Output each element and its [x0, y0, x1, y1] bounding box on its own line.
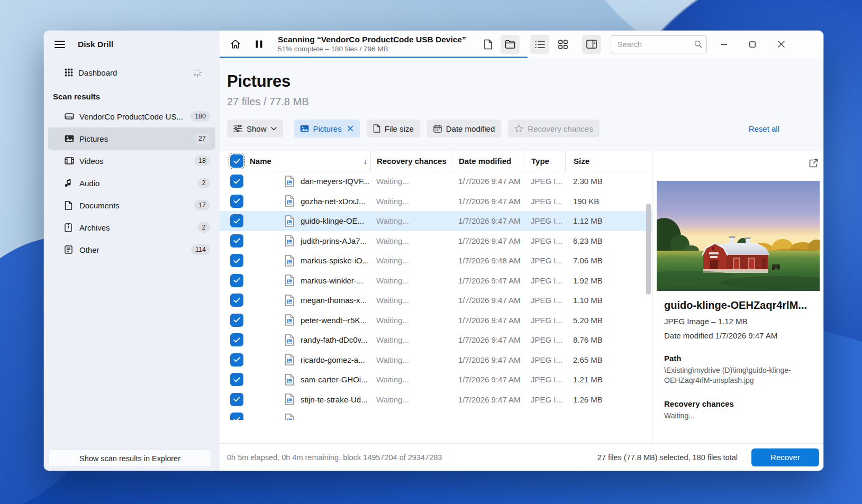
- page-subtitle: 27 files / 77.8 MB: [227, 96, 823, 108]
- row-checkbox[interactable]: [230, 234, 243, 248]
- hamburger-menu-icon[interactable]: [52, 37, 67, 52]
- file-name: markus-spiske-iO...: [301, 256, 369, 265]
- pause-scan-button[interactable]: [249, 35, 268, 54]
- filter-chip-label: File size: [385, 124, 414, 133]
- column-header-type[interactable]: Type: [523, 151, 565, 171]
- table-row[interactable]: dan-meyers-IQVF...Waiting...1/7/2026 9:4…: [220, 171, 652, 191]
- file-list: dan-meyers-IQVF...Waiting...1/7/2026 9:4…: [220, 171, 652, 420]
- vertical-scrollbar[interactable]: [646, 204, 651, 295]
- row-checkbox[interactable]: [230, 314, 243, 327]
- scan-results-section-label: Scan results: [53, 92, 220, 101]
- table-row[interactable]: markus-winkler-...Waiting...1/7/2026 9:4…: [220, 271, 652, 291]
- file-size: 1.21 MB: [565, 375, 652, 384]
- reset-all-link[interactable]: Reset all: [749, 124, 779, 133]
- jpeg-file-icon: [285, 393, 294, 405]
- file-name: ricardo-gomez-a...: [301, 355, 365, 364]
- sidebar-item-dashboard[interactable]: Dashboard: [48, 62, 215, 83]
- file-count-badge: 114: [191, 244, 210, 255]
- row-checkbox[interactable]: [230, 175, 243, 188]
- table-row[interactable]: randy-fath-dDc0v...Waiting...1/7/2026 9:…: [220, 330, 652, 350]
- show-filter-button[interactable]: Show: [227, 120, 283, 138]
- table-row[interactable]: judith-prins-AJa7...Waiting...1/7/2026 9…: [220, 231, 652, 251]
- open-external-icon[interactable]: [809, 159, 818, 168]
- recovery-status: Waiting...: [370, 335, 451, 344]
- sidebar-item-label: Documents: [79, 201, 120, 210]
- jpeg-file-icon: [285, 215, 294, 227]
- row-checkbox[interactable]: [230, 333, 243, 346]
- sidebar-item-archives[interactable]: Archives2: [48, 216, 215, 239]
- filter-chip-date-modified[interactable]: Date modified: [427, 120, 502, 138]
- row-checkbox[interactable]: [230, 214, 243, 227]
- file-view-button[interactable]: [478, 35, 497, 54]
- table-row[interactable]: peter-wendt--r5K...Waiting...1/7/2026 9:…: [220, 310, 652, 331]
- file-size: 1.92 MB: [565, 276, 652, 285]
- row-checkbox[interactable]: [230, 413, 243, 420]
- sidebar-item-other[interactable]: Other114: [48, 239, 215, 261]
- select-all-checkbox[interactable]: [230, 154, 243, 168]
- preview-panel-toggle-button[interactable]: [582, 35, 601, 54]
- row-checkbox[interactable]: [230, 393, 243, 406]
- table-row[interactable]: sam-carter-GHOi...Waiting...1/7/2026 9:4…: [220, 370, 652, 390]
- file-name: guido-klinge-OE...: [301, 216, 364, 225]
- jpeg-file-icon: [285, 274, 294, 286]
- date-modified: 1/7/2026 9:47 AM: [451, 197, 523, 206]
- close-button[interactable]: [770, 35, 792, 54]
- date-modified: 1/7/2026 9:47 AM: [451, 355, 523, 364]
- sidebar-item-vendorco-productcode-us[interactable]: VendorCo ProductCode US...180: [48, 105, 215, 127]
- filter-chip-label: Recovery chances: [528, 124, 593, 133]
- table-row[interactable]: guido-klinge-OE...Waiting...1/7/2026 9:4…: [220, 211, 652, 231]
- row-checkbox[interactable]: [230, 294, 243, 307]
- recovery-status: Waiting...: [370, 355, 451, 364]
- folder-view-button[interactable]: [501, 35, 520, 54]
- sidebar-item-documents[interactable]: Documents17: [48, 194, 215, 216]
- file-size: 2.30 MB: [565, 177, 652, 186]
- table-row[interactable]: ricardo-gomez-a...Waiting...1/7/2026 9:4…: [220, 350, 652, 370]
- filter-chip-pictures[interactable]: Pictures: [294, 120, 360, 138]
- row-checkbox[interactable]: [230, 195, 243, 208]
- column-header-name[interactable]: Name ↓: [243, 157, 370, 166]
- show-in-explorer-button[interactable]: Show scan results in Explorer: [49, 450, 211, 466]
- sidebar-item-audio[interactable]: Audio2: [48, 172, 215, 194]
- disk-drill-window: Disk Drill Dashboard Scan results Ve: [44, 31, 823, 471]
- remove-filter-icon[interactable]: [347, 125, 353, 132]
- filter-chip-file-size[interactable]: File size: [367, 120, 420, 138]
- row-checkbox[interactable]: [230, 373, 243, 386]
- preview-recovery-label: Recovery chances: [664, 399, 812, 408]
- recovery-status: Waiting...: [370, 276, 451, 285]
- doc-icon: [373, 124, 380, 133]
- table-row[interactable]: stijn-te-strake-Ud...Waiting...1/7/2026 …: [220, 390, 652, 410]
- table-header: Name ↓ Recovery chances Date modified Ty…: [220, 151, 652, 171]
- row-checkbox[interactable]: [230, 254, 243, 267]
- column-header-date[interactable]: Date modified: [451, 151, 523, 171]
- row-checkbox[interactable]: [230, 274, 243, 287]
- maximize-button[interactable]: [742, 35, 763, 54]
- column-header-size[interactable]: Size: [565, 151, 652, 171]
- list-view-button[interactable]: [530, 35, 549, 54]
- table-row-partial[interactable]: [220, 409, 652, 420]
- scan-progress-bar: [220, 57, 528, 58]
- search-input[interactable]: [611, 35, 707, 53]
- table-row[interactable]: megan-thomas-x...Waiting...1/7/2026 9:47…: [220, 290, 652, 310]
- recover-button[interactable]: Recover: [751, 448, 819, 466]
- selection-summary: 27 files (77.8 MB) selected, 180 files t…: [597, 453, 738, 462]
- table-row[interactable]: gozha-net-xDrxJ...Waiting...1/7/2026 9:4…: [220, 191, 652, 212]
- file-type: JPEG I...: [523, 216, 565, 225]
- table-row[interactable]: markus-spiske-iO...Waiting...1/7/2026 9:…: [220, 251, 652, 271]
- sort-descending-icon[interactable]: ↓: [364, 157, 368, 166]
- date-modified: 1/7/2026 9:47 AM: [451, 296, 523, 305]
- minimize-button[interactable]: [713, 35, 734, 54]
- file-size: 6.23 MB: [565, 236, 652, 245]
- column-header-recovery[interactable]: Recovery chances: [370, 151, 451, 171]
- home-button[interactable]: [226, 35, 245, 54]
- sidebar-item-videos[interactable]: Videos18: [48, 150, 215, 172]
- file-count-badge: 17: [194, 200, 210, 210]
- sidebar-header: Disk Drill: [44, 31, 220, 58]
- status-bar: 0h 5m elapsed, 0h 4m remaining, block 14…: [220, 443, 823, 471]
- row-checkbox[interactable]: [230, 353, 243, 366]
- grid-view-button[interactable]: [554, 35, 573, 54]
- main-area: Scanning “VendorCo ProductCode USB Devic…: [220, 31, 823, 471]
- filter-chips: PicturesFile sizeDate modifiedRecovery c…: [294, 120, 600, 138]
- date-modified: 1/7/2026 9:47 AM: [451, 316, 523, 325]
- sidebar-item-pictures[interactable]: Pictures27: [48, 127, 215, 150]
- recovery-status: Waiting...: [370, 236, 451, 245]
